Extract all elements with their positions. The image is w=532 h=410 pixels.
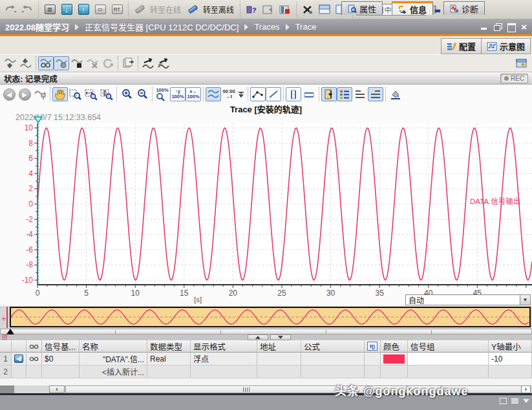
upload-from-device-icon[interactable]: ↑	[76, 2, 91, 17]
breadcrumb-device[interactable]: 正玄信号发生器 [CPU 1212C DC/DC/DC]	[85, 21, 239, 33]
time-alignment-icon[interactable]: 00:00→t	[221, 87, 237, 101]
float-panel-icon[interactable]	[500, 398, 507, 404]
signal-table-row[interactable]: 2 <插入新计...	[0, 365, 532, 378]
zoom-area-icon[interactable]	[68, 87, 83, 101]
vertical-cursors-icon[interactable]	[286, 87, 301, 101]
header-signal-group[interactable]: 信号组	[408, 340, 489, 353]
pin-curve-icon[interactable]	[32, 87, 48, 101]
runtime-icon[interactable]: RT	[109, 2, 125, 17]
interpolate-line-icon[interactable]	[266, 87, 281, 101]
history-back-icon[interactable]: ◀	[1, 87, 17, 101]
x-axis-100-icon[interactable]: x→100%	[186, 87, 201, 101]
show-legend-icon[interactable]	[337, 87, 352, 101]
scrollbar-grip[interactable]	[243, 387, 255, 392]
cell-signal-base[interactable]: $0	[42, 353, 80, 365]
cell-y-min[interactable]: -10	[489, 353, 532, 365]
overview-scrollbar[interactable]	[0, 329, 532, 334]
background-color-icon[interactable]	[388, 87, 403, 101]
breadcrumb-traces[interactable]: Traces	[254, 22, 279, 32]
header-y-min[interactable]: Y轴最小	[489, 340, 532, 353]
scroll-right-button[interactable]: ›	[521, 385, 531, 393]
stop-trace-icon[interactable]	[69, 56, 85, 70]
zoom-time-range-icon[interactable]	[83, 87, 99, 101]
breadcrumb-project[interactable]: 2022.08随堂学习	[5, 21, 69, 33]
header-data-type[interactable]: 数据类型	[147, 340, 191, 353]
pan-hand-icon[interactable]	[52, 87, 68, 101]
configuration-view-button[interactable]: 配置	[442, 39, 482, 54]
schematic-view-button[interactable]: 示意图	[482, 39, 530, 54]
cell-name[interactable]: "DATA".信...	[80, 353, 147, 365]
undo-icon[interactable]	[3, 2, 18, 17]
read-trace-from-device-icon[interactable]	[18, 56, 34, 70]
cell-display-format[interactable]: 浮点	[191, 353, 257, 365]
signal-table-row[interactable]: 1 ◂▮ $0 "DATA".信... Real 浮点 -10	[0, 353, 532, 365]
cell-add-new[interactable]: <插入新计...	[80, 365, 147, 378]
deactivate-trace-icon[interactable]	[85, 56, 100, 70]
task-card-icon[interactable]	[514, 56, 529, 70]
go-online-label[interactable]: 转至在线	[150, 4, 181, 15]
overview-position-marker[interactable]	[6, 307, 8, 328]
diagnostics-icon[interactable]: ?	[244, 2, 259, 17]
header-fx-icon[interactable]: f()	[365, 340, 381, 353]
show-sample-points-icon[interactable]	[250, 87, 266, 101]
save-project-icon[interactable]: ▥	[42, 2, 58, 17]
splitter-collapse-down-button[interactable]	[270, 334, 291, 340]
header-address[interactable]: 地址	[257, 340, 301, 353]
cross-reference-icon[interactable]	[300, 2, 315, 17]
zoom-100-icon[interactable]: 100%	[154, 87, 170, 101]
go-offline-icon[interactable]	[185, 2, 200, 17]
header-formula[interactable]: 公式	[301, 340, 365, 353]
splitter-expand-up-button[interactable]	[248, 334, 268, 340]
overview-window[interactable]	[10, 307, 531, 327]
add-to-measurements-icon[interactable]	[140, 56, 156, 70]
scroll-position-triangle[interactable]	[6, 329, 14, 334]
x-axis-mode-dropdown[interactable]: 自动 ▼	[405, 294, 531, 305]
add-to-overlay-icon[interactable]	[156, 56, 171, 70]
tab-properties[interactable]: 属性	[341, 1, 383, 15]
legend-left-icon[interactable]	[352, 87, 368, 101]
header-signal-base[interactable]: 信号基...	[42, 340, 80, 353]
zoom-out-icon[interactable]	[134, 87, 150, 101]
split-horizontal-icon[interactable]	[317, 2, 332, 17]
stop-cpu-icon[interactable]	[277, 2, 293, 17]
record-trace-icon[interactable]	[54, 56, 69, 70]
cell-data-type[interactable]: Real	[147, 353, 191, 365]
panel-menu-icon[interactable]	[511, 398, 518, 404]
breadcrumb-trace[interactable]: Trace	[295, 22, 317, 32]
cell-formula[interactable]	[301, 353, 365, 365]
window-close-icon[interactable]: ×	[521, 23, 527, 30]
chart-canvas[interactable]: 051015202530354045-10-8-6-4-20246810	[14, 112, 532, 306]
overview-cursor-icon[interactable]: +	[1, 314, 6, 323]
export-measurement-icon[interactable]	[120, 56, 136, 70]
monitor-trace-icon[interactable]	[38, 56, 54, 70]
scroll-left-button[interactable]: ‹	[49, 385, 65, 393]
transfer-trace-to-device-icon[interactable]	[3, 56, 18, 70]
window-restore-icon[interactable]	[494, 23, 502, 30]
zoom-in-icon[interactable]	[119, 87, 134, 101]
zoom-value-range-icon[interactable]	[99, 87, 114, 101]
cell-address[interactable]	[257, 353, 301, 365]
header-name[interactable]: 名称	[80, 340, 147, 353]
chart-plot[interactable]: 051015202530354045-10-8-6-4-20246810	[14, 112, 532, 306]
tab-info[interactable]: 信息	[392, 1, 433, 15]
header-color[interactable]: 颜色	[381, 340, 408, 353]
window-maximize-icon[interactable]	[507, 23, 516, 30]
cell-signal-group[interactable]	[408, 353, 489, 365]
header-display-format[interactable]: 显示格式	[191, 340, 257, 353]
go-online-icon[interactable]	[132, 2, 147, 17]
legend-right-icon[interactable]	[368, 87, 383, 101]
cell-color[interactable]	[381, 353, 408, 365]
dropdown-arrow-icon[interactable]: ▼	[520, 295, 530, 305]
history-forward-icon[interactable]: ▶	[17, 87, 32, 101]
y-axis-100-icon[interactable]: ↑y100%	[170, 87, 186, 101]
redo-icon[interactable]	[19, 2, 35, 17]
horizontal-cursors-icon[interactable]	[301, 87, 317, 101]
download-to-device-icon[interactable]: ↓	[59, 2, 74, 17]
show-ruler-icon[interactable]	[321, 87, 337, 101]
time-alignment-dropdown-icon[interactable]	[237, 87, 246, 101]
panel-collapse-icon[interactable]	[523, 399, 529, 403]
window-minimize-icon[interactable]	[480, 23, 489, 30]
refresh-icon[interactable]	[100, 56, 116, 70]
tab-diagnostics[interactable]: 诊断	[443, 1, 485, 15]
start-cpu-icon[interactable]	[261, 2, 276, 17]
